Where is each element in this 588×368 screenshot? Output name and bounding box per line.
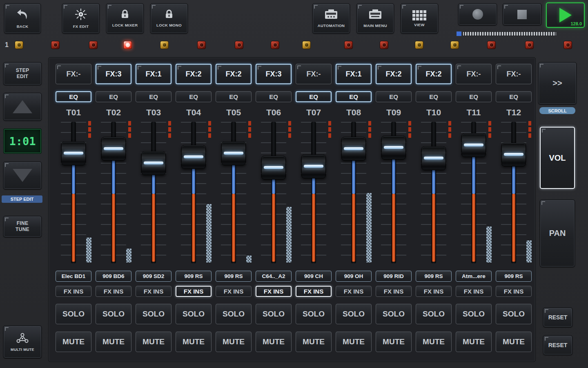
- eq-button[interactable]: EQ: [456, 91, 492, 102]
- eq-button[interactable]: EQ: [176, 91, 212, 102]
- fx-slot-button[interactable]: FX:1: [336, 64, 372, 84]
- solo-button[interactable]: SOLO: [176, 304, 212, 324]
- fader[interactable]: [136, 120, 172, 267]
- playback-progress-bar[interactable]: [457, 31, 557, 36]
- fader-knob[interactable]: [261, 156, 286, 180]
- sample-name-button[interactable]: 909 RID: [376, 271, 412, 282]
- view-button[interactable]: VIEW: [401, 3, 438, 34]
- fx-insert-button[interactable]: FX INS: [176, 286, 212, 297]
- fx-edit-button[interactable]: FX EDIT: [62, 3, 100, 34]
- led-indicator-icon[interactable]: [564, 41, 572, 49]
- led-indicator-icon[interactable]: [380, 41, 388, 49]
- mute-button[interactable]: MUTE: [176, 332, 212, 352]
- fx-slot-button[interactable]: FX:2: [376, 64, 412, 84]
- reset-solo-button[interactable]: RESET: [543, 307, 572, 327]
- eq-button[interactable]: EQ: [416, 91, 452, 102]
- led-indicator-icon[interactable]: [235, 41, 243, 49]
- lock-mixer-button[interactable]: LOCK MIXER: [106, 3, 144, 34]
- sample-name-button[interactable]: 909 RS: [216, 271, 252, 282]
- fader[interactable]: [256, 120, 292, 267]
- eq-button[interactable]: EQ: [296, 91, 332, 102]
- eq-button[interactable]: EQ: [56, 91, 91, 102]
- fx-slot-button[interactable]: FX:-: [496, 64, 532, 84]
- fx-insert-button[interactable]: FX INS: [256, 286, 292, 297]
- record-button[interactable]: [458, 3, 497, 25]
- multi-mute-button[interactable]: MULTI MUTE: [3, 325, 42, 358]
- stop-button[interactable]: [503, 3, 541, 25]
- fader[interactable]: [376, 120, 412, 267]
- fx-insert-button[interactable]: FX INS: [376, 286, 412, 297]
- mute-button[interactable]: MUTE: [296, 332, 332, 352]
- eq-button[interactable]: EQ: [496, 91, 532, 102]
- solo-button[interactable]: SOLO: [256, 304, 292, 324]
- fader-knob[interactable]: [301, 155, 326, 178]
- fx-slot-button[interactable]: FX:2: [216, 64, 252, 84]
- solo-button[interactable]: SOLO: [376, 304, 412, 324]
- lock-mono-button[interactable]: LOCK MONO: [150, 3, 188, 34]
- led-indicator-icon[interactable]: [487, 41, 496, 49]
- mute-button[interactable]: MUTE: [96, 332, 131, 352]
- fader-knob[interactable]: [501, 143, 526, 166]
- fader[interactable]: [56, 120, 91, 267]
- fader-knob[interactable]: [221, 141, 246, 165]
- fx-slot-button[interactable]: FX:3: [96, 64, 131, 84]
- mute-button[interactable]: MUTE: [56, 332, 91, 352]
- eq-button[interactable]: EQ: [216, 91, 252, 102]
- fader-knob[interactable]: [141, 151, 166, 175]
- sample-name-button[interactable]: C64.._A2: [256, 271, 292, 282]
- fader-knob[interactable]: [461, 133, 486, 157]
- mute-button[interactable]: MUTE: [376, 332, 412, 352]
- fx-slot-button[interactable]: FX:2: [176, 64, 212, 84]
- fader-knob[interactable]: [61, 141, 86, 165]
- fx-slot-button[interactable]: FX:-: [456, 64, 492, 84]
- sample-name-button[interactable]: 909 CH: [296, 271, 332, 282]
- sample-name-button[interactable]: 909 OH: [336, 271, 372, 282]
- back-button[interactable]: BACK: [4, 3, 41, 34]
- fader[interactable]: [96, 120, 131, 267]
- fx-insert-button[interactable]: FX INS: [216, 286, 252, 297]
- sample-name-button[interactable]: Elec BD1: [56, 271, 91, 282]
- fader-knob[interactable]: [421, 146, 446, 170]
- solo-button[interactable]: SOLO: [416, 304, 452, 324]
- eq-button[interactable]: EQ: [376, 91, 412, 102]
- fader[interactable]: [416, 120, 452, 267]
- mute-button[interactable]: MUTE: [216, 332, 252, 352]
- sample-name-button[interactable]: 909 RS: [416, 271, 452, 282]
- reset-mute-button[interactable]: RESET: [543, 335, 572, 355]
- fx-slot-button[interactable]: FX:-: [56, 64, 91, 84]
- step-edit-button[interactable]: STEP EDIT: [3, 62, 42, 85]
- sample-name-button[interactable]: 909 RS: [176, 271, 212, 282]
- led-indicator-icon[interactable]: [123, 41, 132, 49]
- fader[interactable]: [216, 120, 252, 267]
- led-indicator-icon[interactable]: [525, 41, 534, 49]
- led-indicator-icon[interactable]: [271, 41, 279, 49]
- fader[interactable]: [296, 120, 332, 267]
- sample-name-button[interactable]: 909 SD2: [136, 271, 172, 282]
- led-indicator-icon[interactable]: [89, 41, 98, 49]
- step-down-button[interactable]: [3, 162, 42, 189]
- solo-button[interactable]: SOLO: [56, 304, 91, 324]
- mute-button[interactable]: MUTE: [456, 332, 492, 352]
- play-button[interactable]: 128.0: [546, 2, 585, 28]
- speaker-indicator-icon[interactable]: [450, 41, 459, 49]
- sample-name-button[interactable]: 909 BD6: [96, 271, 131, 282]
- fx-insert-button[interactable]: FX INS: [56, 286, 91, 297]
- eq-button[interactable]: EQ: [136, 91, 172, 102]
- pan-mode-button[interactable]: PAN: [540, 200, 575, 267]
- step-up-button[interactable]: [3, 93, 42, 121]
- fx-insert-button[interactable]: FX INS: [136, 286, 172, 297]
- mute-button[interactable]: MUTE: [136, 332, 172, 352]
- mute-button[interactable]: MUTE: [416, 332, 452, 352]
- fx-insert-button[interactable]: FX INS: [496, 286, 532, 297]
- fx-insert-button[interactable]: FX INS: [456, 286, 492, 297]
- fader[interactable]: [336, 120, 372, 267]
- speaker-indicator-icon[interactable]: [160, 41, 169, 49]
- fader[interactable]: [176, 120, 212, 267]
- led-indicator-icon[interactable]: [51, 41, 60, 49]
- fx-slot-button[interactable]: FX:1: [136, 64, 172, 84]
- fader-knob[interactable]: [101, 137, 126, 161]
- solo-button[interactable]: SOLO: [136, 304, 172, 324]
- solo-button[interactable]: SOLO: [496, 304, 532, 324]
- fx-insert-button[interactable]: FX INS: [96, 286, 131, 297]
- fx-insert-button[interactable]: FX INS: [416, 286, 452, 297]
